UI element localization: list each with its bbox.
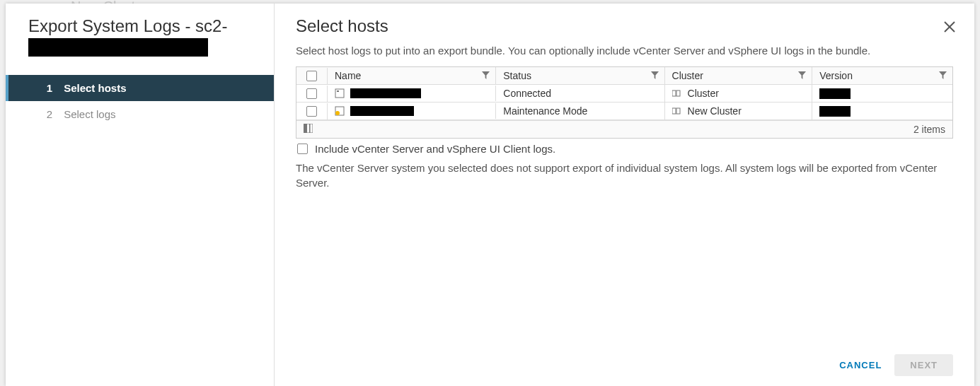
svg-marker-3 bbox=[651, 71, 659, 79]
page-description: Select host logs to put into an export b… bbox=[296, 45, 953, 57]
wizard-footer: CANCEL NEXT bbox=[296, 344, 953, 386]
include-vcenter-label: Include vCenter Server and vSphere UI Cl… bbox=[315, 143, 555, 155]
step-select-logs[interactable]: 2 Select logs bbox=[6, 101, 274, 127]
step-label: Select hosts bbox=[64, 82, 126, 94]
svg-rect-9 bbox=[676, 90, 680, 96]
host-name-redacted bbox=[350, 106, 414, 116]
step-number: 2 bbox=[38, 108, 52, 120]
wizard-steps: 1 Select hosts 2 Select logs bbox=[6, 75, 274, 127]
svg-rect-8 bbox=[672, 90, 676, 96]
wizard-title: Export System Logs - sc2- bbox=[6, 16, 274, 61]
row-cluster: New Cluster bbox=[688, 105, 742, 117]
table-row[interactable]: Connected Cluster bbox=[296, 85, 952, 103]
filter-icon[interactable] bbox=[939, 70, 947, 81]
page-title: Select hosts bbox=[296, 16, 953, 36]
row-cluster: Cluster bbox=[688, 88, 719, 99]
step-label: Select logs bbox=[64, 108, 115, 120]
include-vcenter-row[interactable]: Include vCenter Server and vSphere UI Cl… bbox=[296, 139, 953, 158]
table-header-row: Name Status Cluster Version bbox=[296, 67, 952, 85]
svg-rect-7 bbox=[337, 90, 339, 92]
hosts-table: Name Status Cluster Version bbox=[296, 66, 953, 139]
row-version-redacted bbox=[819, 88, 851, 99]
wizard-sidebar: Export System Logs - sc2- 1 Select hosts… bbox=[6, 4, 275, 386]
select-all-cell bbox=[296, 68, 328, 84]
filter-icon[interactable] bbox=[798, 70, 806, 81]
svg-marker-5 bbox=[939, 71, 947, 79]
host-maintenance-icon bbox=[335, 106, 345, 116]
header-cluster-label: Cluster bbox=[672, 70, 703, 81]
wizard-title-text: Export System Logs - sc2- bbox=[28, 16, 227, 35]
row-version-redacted bbox=[819, 106, 851, 117]
table-row[interactable]: Maintenance Mode New Cluster bbox=[296, 103, 952, 120]
svg-rect-13 bbox=[676, 108, 680, 114]
close-button[interactable] bbox=[943, 21, 956, 36]
header-version-label: Version bbox=[819, 70, 853, 81]
table-footer: 2 items bbox=[296, 120, 952, 138]
svg-rect-15 bbox=[307, 124, 310, 133]
wizard-title-redacted bbox=[28, 38, 208, 57]
svg-marker-2 bbox=[482, 71, 490, 79]
header-status-label: Status bbox=[503, 70, 531, 81]
host-icon bbox=[335, 88, 345, 98]
svg-rect-16 bbox=[310, 124, 313, 133]
cluster-icon bbox=[672, 88, 682, 98]
column-toggle-icon[interactable] bbox=[304, 124, 313, 135]
export-logs-modal: Export System Logs - sc2- 1 Select hosts… bbox=[6, 4, 974, 386]
filter-icon[interactable] bbox=[482, 70, 490, 81]
step-number: 1 bbox=[38, 82, 52, 94]
vcenter-note: The vCenter Server system you selected d… bbox=[296, 158, 953, 193]
cancel-button[interactable]: CANCEL bbox=[839, 360, 882, 370]
include-vcenter-checkbox[interactable] bbox=[297, 144, 308, 154]
filter-icon[interactable] bbox=[651, 70, 659, 81]
header-cluster[interactable]: Cluster bbox=[665, 67, 813, 84]
svg-point-11 bbox=[335, 111, 340, 115]
item-count: 2 items bbox=[913, 124, 945, 135]
row-checkbox[interactable] bbox=[306, 88, 317, 99]
step-select-hosts[interactable]: 1 Select hosts bbox=[6, 75, 274, 101]
svg-marker-4 bbox=[798, 71, 806, 79]
header-status[interactable]: Status bbox=[496, 67, 664, 84]
cluster-icon bbox=[672, 106, 682, 116]
header-version[interactable]: Version bbox=[812, 67, 952, 84]
select-all-checkbox[interactable] bbox=[306, 71, 317, 81]
row-status: Maintenance Mode bbox=[496, 103, 664, 119]
next-button[interactable]: NEXT bbox=[894, 354, 953, 376]
header-name-label: Name bbox=[335, 70, 361, 81]
header-name[interactable]: Name bbox=[328, 67, 496, 84]
close-icon bbox=[943, 21, 956, 33]
row-status: Connected bbox=[496, 85, 664, 102]
host-name-redacted bbox=[350, 88, 421, 98]
wizard-content: Select hosts Select host logs to put int… bbox=[275, 4, 974, 386]
row-checkbox[interactable] bbox=[306, 106, 317, 117]
svg-rect-14 bbox=[304, 124, 306, 133]
svg-rect-6 bbox=[335, 89, 344, 98]
svg-rect-12 bbox=[672, 108, 676, 114]
